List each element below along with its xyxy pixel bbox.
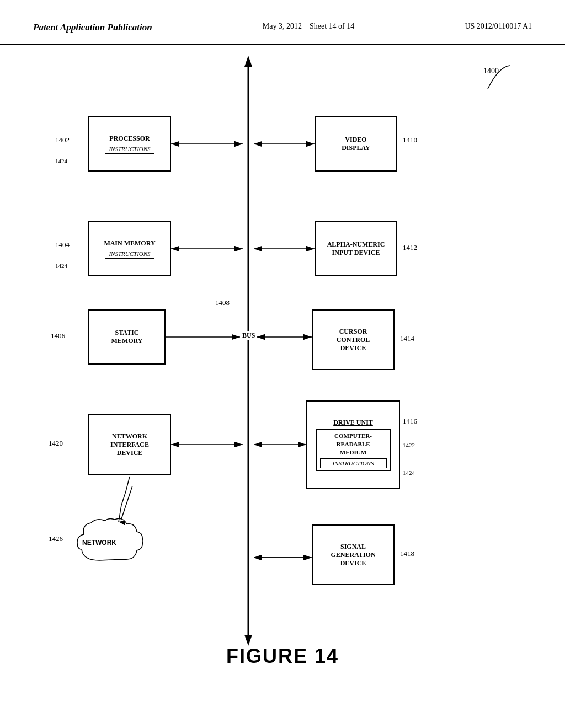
drive-unit-instr-ref: 1424 <box>403 469 415 476</box>
drive-unit-instructions: INSTRUCTIONS <box>320 458 387 468</box>
main-memory-ref: 1404 <box>55 240 70 249</box>
alpha-numeric-box: ALPHA-NUMERICINPUT DEVICE <box>315 221 397 276</box>
drive-unit-label: DRIVE UNIT <box>333 419 373 427</box>
main-memory-instructions: INSTRUCTIONS <box>105 249 154 259</box>
arrows-overlay <box>0 50 565 684</box>
cursor-control-ref: 1414 <box>400 334 414 343</box>
drive-unit-box: DRIVE UNIT COMPUTER-READABLEMEDIUM INSTR… <box>306 400 400 489</box>
date-label: May 3, 2012 <box>263 22 302 30</box>
drive-unit-medium-label: COMPUTER-READABLEMEDIUM <box>334 432 372 456</box>
video-display-ref: 1410 <box>403 136 417 144</box>
signal-generation-box: SIGNALGENERATIONDEVICE <box>312 524 395 585</box>
main-memory-instr-ref: 1424 <box>55 263 67 269</box>
network-interface-box: NETWORKINTERFACEDEVICE <box>88 414 171 475</box>
network-cloud: NETWORK <box>72 516 154 571</box>
drive-unit-ref: 1416 <box>403 417 417 426</box>
processor-ref: 1402 <box>55 136 70 144</box>
svg-marker-7 <box>244 56 252 67</box>
network-interface-ref: 1420 <box>49 439 63 448</box>
diagram-area: 1400 PROCESSOR INSTRUCTIONS 1402 1424 VI… <box>0 50 565 684</box>
signal-generation-ref: 1418 <box>400 549 414 558</box>
video-display-label: VIDEODISPLAY <box>342 136 370 152</box>
alpha-numeric-ref: 1412 <box>403 243 417 252</box>
signal-generation-label: SIGNALGENERATIONDEVICE <box>331 543 375 568</box>
main-memory-box: MAIN MEMORY INSTRUCTIONS <box>88 221 171 276</box>
alpha-numeric-label: ALPHA-NUMERICINPUT DEVICE <box>327 240 385 257</box>
processor-box: PROCESSOR INSTRUCTIONS <box>88 116 171 172</box>
processor-label: PROCESSOR <box>109 135 150 143</box>
static-memory-box: STATICMEMORY <box>88 309 166 365</box>
drive-unit-medium-ref: 1422 <box>403 442 415 448</box>
publication-label: Patent Application Publication <box>33 22 152 33</box>
cursor-control-box: CURSORCONTROLDEVICE <box>312 309 395 370</box>
network-ref: 1426 <box>49 534 63 543</box>
processor-instructions: INSTRUCTIONS <box>105 144 154 154</box>
bus-label: BUS <box>241 331 256 340</box>
network-interface-label: NETWORKINTERFACEDEVICE <box>110 432 149 457</box>
sheet-label: Sheet 14 of 14 <box>310 22 354 30</box>
svg-marker-8 <box>244 635 252 646</box>
static-memory-label: STATICMEMORY <box>111 329 143 345</box>
patent-number: US 2012/0110017 A1 <box>465 22 532 31</box>
cursor-control-label: CURSORCONTROLDEVICE <box>337 328 370 352</box>
bus-ref: 1408 <box>215 298 230 307</box>
main-memory-label: MAIN MEMORY <box>104 239 155 248</box>
header-center: May 3, 2012 Sheet 14 of 14 <box>263 22 354 31</box>
processor-instr-ref: 1424 <box>55 158 67 164</box>
static-memory-ref: 1406 <box>51 331 65 340</box>
ref-bracket <box>455 61 521 94</box>
video-display-box: VIDEODISPLAY <box>315 116 397 172</box>
svg-text:NETWORK: NETWORK <box>82 539 116 547</box>
figure-caption: FIGURE 14 <box>226 645 339 668</box>
page-header: Patent Application Publication May 3, 20… <box>0 0 565 45</box>
